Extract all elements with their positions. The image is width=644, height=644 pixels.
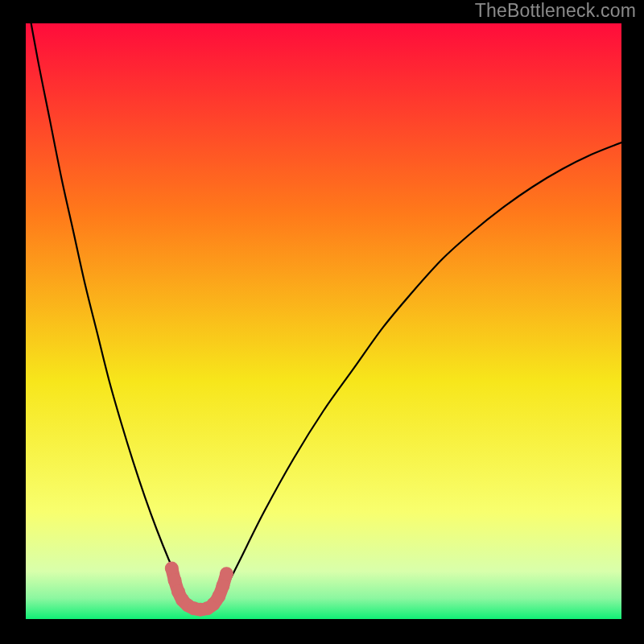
watermark-text: TheBottleneck.com — [475, 0, 636, 22]
curve-marker — [220, 567, 233, 580]
gradient-background — [26, 23, 621, 619]
plot-svg — [26, 23, 621, 619]
curve-marker — [165, 562, 179, 576]
curve-marker — [216, 579, 229, 592]
chart-stage: TheBottleneck.com — [0, 0, 644, 644]
plot-area — [26, 23, 621, 619]
